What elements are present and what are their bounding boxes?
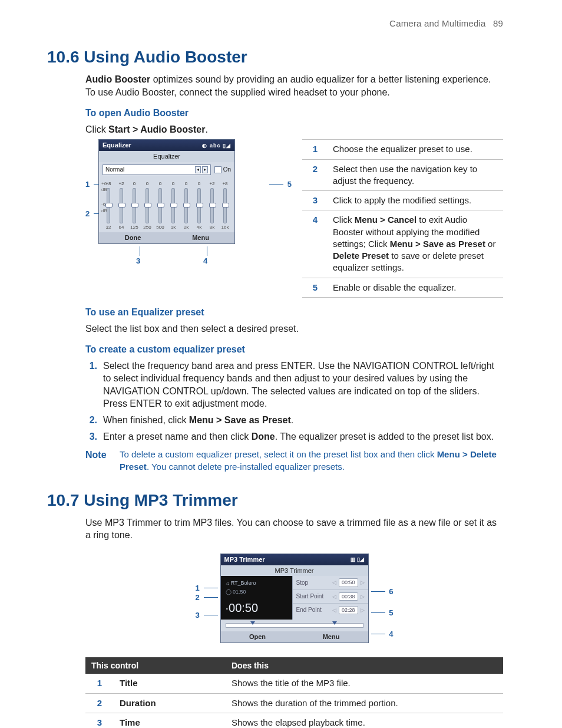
equalizer-screenshot: Equalizer ◐ abc ▯◢ Equalizer Normal ◂▸ O…	[98, 139, 235, 244]
callout-5: 5	[389, 608, 393, 618]
open-softkey[interactable]: Open	[221, 633, 295, 641]
eq-band[interactable]: 0500	[156, 181, 165, 232]
eq-band-value: +2	[118, 181, 124, 187]
eq-band[interactable]: +816k	[220, 181, 230, 232]
eq-band[interactable]: 04k	[194, 181, 204, 232]
eq-band-track[interactable]	[107, 188, 110, 223]
col-this-control: This control	[85, 657, 226, 674]
slider-knob-icon[interactable]	[222, 203, 229, 207]
eq-band-freq: 125	[130, 225, 138, 231]
mp3-value-row[interactable]: Start Point◁00:38▷	[293, 590, 368, 604]
eq-band-value: 0	[172, 181, 174, 187]
intro-bold: Audio Booster	[85, 74, 150, 84]
menu-softkey[interactable]: Menu	[167, 233, 234, 242]
row-desc: Shows the duration of the trimmed portio…	[226, 693, 503, 713]
mp3-row-value: 00:50	[339, 578, 358, 587]
heading-10-6: 10.6 Using Audio Booster	[47, 46, 503, 68]
eq-band-track[interactable]	[223, 188, 227, 223]
eq-band-freq: 4k	[197, 225, 201, 231]
eq-band-track[interactable]	[210, 188, 214, 223]
chevron-right-icon[interactable]: ▷	[361, 607, 365, 614]
eq-band[interactable]: 02k	[181, 181, 191, 232]
figure-mp3-trimmer: 1 2 3 4 5 6 MP3 Trimmer ▥ ▯◢ MP3 Trimmer…	[200, 554, 389, 643]
callout-desc: Choose the equalizer preset to use.	[328, 140, 503, 159]
mp3-toolbar: MP3 Trimmer	[221, 565, 368, 577]
eq-band-track[interactable]	[171, 188, 175, 223]
callout-num: 5	[302, 278, 328, 297]
slider-knob-icon[interactable]	[131, 203, 138, 207]
start-mark-icon[interactable]	[250, 621, 255, 625]
eq-band-track[interactable]	[120, 188, 123, 223]
checkbox-icon[interactable]	[214, 166, 222, 173]
chevron-right-icon[interactable]: ▷	[361, 579, 365, 586]
combo-left-icon[interactable]: ◂	[195, 166, 201, 173]
eq-band[interactable]: 0125	[130, 181, 139, 232]
figure-equalizer: 1 2 5 3 4 Equalizer ◐ abc ▯◢ Equalizer N…	[85, 139, 288, 244]
end-mark-icon[interactable]	[332, 621, 337, 625]
eq-toolbar: Equalizer	[99, 151, 234, 162]
eq-band[interactable]: +28k	[207, 181, 217, 232]
slider-knob-icon[interactable]	[105, 203, 113, 207]
chevron-right-icon[interactable]: ▷	[361, 593, 365, 600]
step-number: 1.	[85, 360, 97, 410]
heading-10-7: 10.7 Using MP3 Trimmer	[47, 489, 503, 512]
slider-knob-icon[interactable]	[157, 203, 164, 207]
step-number: 2.	[85, 414, 97, 427]
slider-knob-icon[interactable]	[183, 203, 190, 207]
eq-band-track[interactable]	[158, 188, 162, 223]
slider-knob-icon[interactable]	[144, 203, 151, 207]
open-command: Click Start > Audio Booster.	[85, 123, 503, 136]
done-softkey[interactable]: Done	[99, 233, 167, 242]
row-num: 1	[85, 674, 114, 693]
eq-band-freq: 2k	[184, 225, 189, 231]
callout-2: 2	[196, 592, 200, 603]
page-number: 89	[493, 18, 503, 28]
slider-knob-icon[interactable]	[196, 203, 203, 207]
sub-use-preset: To use an Equalizer preset	[85, 306, 503, 319]
eq-band-freq: 500	[156, 225, 164, 231]
equalizer-on-toggle[interactable]: On	[214, 166, 231, 174]
row-num: 2	[85, 693, 114, 713]
eq-band[interactable]: 0250	[143, 181, 152, 232]
intro-10-6: Audio Booster optimizes sound by providi…	[85, 73, 503, 98]
slider-knob-icon[interactable]	[209, 203, 216, 207]
mp3-trim-slider[interactable]	[221, 620, 368, 631]
preset-combo[interactable]: Normal ◂▸	[103, 164, 211, 175]
slider-knob-icon[interactable]	[118, 203, 125, 207]
slider-knob-icon[interactable]	[170, 203, 177, 207]
chevron-left-icon[interactable]: ◁	[332, 579, 336, 586]
mp3-row-value: 02:28	[339, 606, 358, 614]
eq-band-track[interactable]	[146, 188, 149, 223]
intro-10-7: Use MP3 Trimmer to trim MP3 files. You c…	[85, 516, 503, 542]
use-preset-line: Select the list box and then select a de…	[85, 322, 503, 335]
equalizer-callout-table: 1Choose the equalizer preset to use.2Sel…	[302, 139, 503, 298]
mp3-value-row[interactable]: End Point◁02:28▷	[293, 604, 368, 617]
mp3-row-value: 00:38	[339, 592, 358, 601]
mp3-value-row[interactable]: Stop◁00:50▷	[293, 576, 368, 589]
callout-num: 1	[302, 140, 328, 159]
eq-band-track[interactable]	[197, 188, 201, 223]
eq-band-track[interactable]	[184, 188, 188, 223]
eq-band[interactable]: +264	[117, 181, 126, 232]
step-text: When finished, click Menu > Save as Pres…	[103, 414, 503, 427]
combo-right-icon[interactable]: ▸	[202, 166, 208, 173]
eq-band[interactable]: 01k	[168, 181, 178, 232]
callout-num: 4	[302, 210, 328, 278]
mp3-trimmer-screenshot: MP3 Trimmer ▥ ▯◢ MP3 Trimmer ♫ RT_Bolero…	[220, 554, 369, 643]
callout-3: 3	[136, 256, 140, 266]
callout-1: 1	[85, 179, 90, 190]
eq-band-value: 0	[146, 181, 148, 187]
chevron-left-icon[interactable]: ◁	[332, 593, 336, 600]
section-name: Camera and Multimedia	[389, 18, 485, 28]
row-desc: Shows the title of the MP3 file.	[226, 674, 503, 693]
mp3-row-label: Start Point	[296, 592, 324, 601]
chevron-left-icon[interactable]: ◁	[332, 607, 336, 614]
menu-softkey[interactable]: Menu	[295, 633, 368, 641]
col-does-this: Does this	[226, 657, 503, 674]
eq-band-value: 0	[159, 181, 161, 187]
eq-band-track[interactable]	[133, 188, 136, 223]
callout-num: 3	[302, 191, 328, 210]
row-num: 3	[85, 713, 114, 728]
mp3-row-label: End Point	[296, 606, 322, 614]
eq-sliders[interactable]: +6 dB -6 dB +832+26401250250050001k02k04…	[99, 177, 234, 233]
